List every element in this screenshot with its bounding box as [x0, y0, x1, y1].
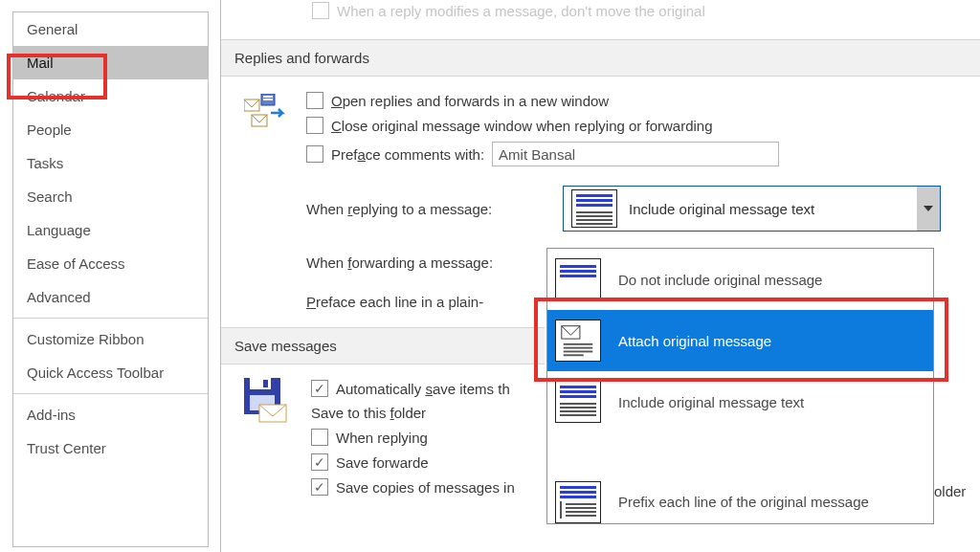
section-header-save: Save messages: [221, 327, 545, 364]
dd-label-include-text: Include original message text: [618, 394, 804, 410]
svg-rect-9: [259, 405, 286, 422]
dd-icon-include-text: [555, 381, 601, 423]
checkbox-close-original[interactable]: [306, 117, 323, 134]
sidebar-item-customize-ribbon[interactable]: Customize Ribbon: [13, 322, 208, 356]
section-header-replies: Replies and forwards: [221, 39, 980, 77]
sidebar-item-search[interactable]: Search: [13, 180, 208, 213]
label-close-original: Close original message window when reply…: [331, 118, 713, 134]
sidebar-item-advanced[interactable]: Advanced: [13, 280, 208, 314]
when-replying-selected-value: Include original message text: [629, 201, 814, 217]
preface-comments-input[interactable]: [492, 142, 779, 166]
when-replying-select[interactable]: Include original message text: [563, 186, 941, 232]
sidebar-item-language[interactable]: Language: [13, 213, 208, 247]
fragment-older: older: [934, 483, 966, 499]
svg-rect-10: [562, 326, 580, 339]
label-save-forwarded: Save forwarde: [336, 454, 429, 471]
label-open-replies: Open replies and forwards in a new windo…: [331, 93, 609, 109]
label-save-folder: Save to this folder: [311, 405, 426, 421]
checkbox-save-forwarded[interactable]: [311, 453, 328, 471]
svg-rect-7: [263, 380, 268, 387]
replies-section-icon: [244, 94, 287, 132]
dd-do-not-include[interactable]: Do not include original message: [547, 249, 933, 310]
label-when-replying-save: When replying: [336, 430, 428, 446]
dd-label-do-not-include: Do not include original message: [618, 272, 822, 288]
select-caret-icon: [917, 187, 940, 231]
checkbox-save-copies[interactable]: [311, 478, 328, 496]
save-section-icon: [244, 378, 292, 424]
dd-label-prefix: Prefix each line of the original message: [618, 494, 869, 510]
sidebar-item-general[interactable]: General: [13, 12, 208, 46]
sidebar-item-quick-access-toolbar[interactable]: Quick Access Toolbar: [13, 356, 208, 389]
sidebar-item-tasks[interactable]: Tasks: [13, 146, 208, 180]
label-preface-comments: Preface comments with:: [331, 146, 484, 163]
sidebar-item-ease-of-access[interactable]: Ease of Access: [13, 247, 208, 280]
reply-style-dropdown[interactable]: Do not include original message Attach o…: [546, 248, 934, 524]
checkbox-preface-comments[interactable]: [306, 145, 323, 163]
label-when-forwarding: When forwarding a message:: [306, 254, 555, 271]
sidebar-item-mail[interactable]: Mail: [13, 46, 208, 79]
label-preface-plain: Preface each line in a plain-: [306, 294, 555, 310]
dd-icon-do-not-include: [555, 258, 601, 300]
checkbox-when-replying-save[interactable]: [311, 429, 328, 446]
dd-label-attach: Attach original message: [618, 333, 771, 349]
dd-attach-original[interactable]: Attach original message: [547, 310, 933, 371]
checkbox-auto-save[interactable]: [311, 380, 328, 397]
reply-style-icon: [571, 189, 617, 228]
svg-rect-1: [263, 96, 273, 98]
label-when-replying: When replying to a message:: [306, 201, 555, 217]
checkbox-prev-option[interactable]: [312, 2, 329, 19]
dd-icon-prefix: [555, 481, 601, 523]
sidebar-separator: [13, 318, 208, 319]
label-auto-save: Automatically save items th: [336, 381, 510, 397]
sidebar-item-calendar[interactable]: Calendar: [13, 79, 208, 113]
svg-rect-2: [263, 99, 273, 100]
checkbox-open-replies[interactable]: [306, 92, 323, 109]
sidebar-item-trust-center[interactable]: Trust Center: [13, 431, 208, 465]
options-sidebar: General Mail Calendar People Tasks Searc…: [12, 11, 209, 547]
sidebar-item-people[interactable]: People: [13, 113, 208, 146]
sidebar-separator: [13, 393, 208, 394]
dd-prefix-each-line[interactable]: Prefix each line of the original message: [547, 480, 933, 523]
dd-icon-attach: [555, 320, 601, 362]
prev-option-label: When a reply modifies a message, don't m…: [337, 3, 705, 19]
sidebar-item-add-ins[interactable]: Add-ins: [13, 398, 208, 431]
dd-gap-item: [547, 432, 933, 480]
label-save-copies: Save copies of messages in: [336, 479, 515, 496]
dd-include-text[interactable]: Include original message text: [547, 371, 933, 432]
